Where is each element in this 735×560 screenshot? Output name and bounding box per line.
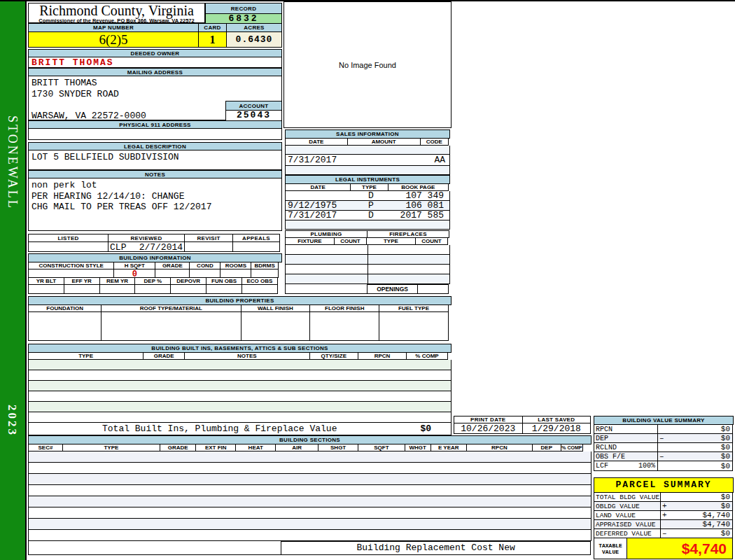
instrument-row: 9/12/1975 P 106 081 — [285, 201, 450, 211]
parcel-row-value-cell: – $0 — [660, 528, 733, 538]
sec-shgt-header: SHGT — [318, 444, 358, 451]
photo-placeholder: No Image Found — [284, 1, 451, 128]
bvs-row-label: RCLND — [594, 442, 658, 452]
county-header: Richmond County, Virginia Commissioner o… — [28, 3, 205, 23]
section-row — [28, 451, 592, 463]
section-row — [28, 507, 592, 519]
parcel-summary: PARCEL SUMMARY TOTAL BLDG VALUE $0 OBLDG… — [594, 477, 734, 559]
sales-information: SALES INFORMATION DATE AMOUNT CODE 7/31/… — [285, 130, 450, 175]
fireplace-type-header: TYPE — [366, 237, 416, 245]
mail-line: 1730 SNYDER ROAD — [31, 89, 281, 100]
built-ins-row — [28, 381, 451, 391]
county-title: Richmond County, Virginia — [29, 4, 204, 18]
floor-finish-value — [309, 312, 379, 341]
sales-amount-header: AMOUNT — [347, 138, 421, 146]
bvs-op: – — [658, 452, 664, 461]
taxable-value: $4,740 — [626, 538, 733, 559]
physical-address-value — [28, 128, 282, 140]
instrument-row: D 107 349 — [285, 191, 450, 201]
bi-qty-header: QTY/SIZE — [309, 352, 358, 360]
bvs-value: $0 — [721, 461, 732, 470]
bi-grade-header: GRADE — [143, 352, 185, 360]
bvs-op — [658, 461, 659, 470]
roof-value — [101, 312, 241, 341]
parcel-row-label: DEFERRED VALUE — [594, 528, 661, 538]
parcel-row-label: APPRAISED VALUE — [594, 519, 661, 529]
card-value: 1 — [198, 31, 227, 48]
parcel-row-value-cell: $0 — [660, 492, 733, 502]
bvs-row-label: DEP — [594, 433, 658, 443]
section-row — [28, 519, 592, 530]
foundation-value — [28, 312, 102, 341]
acres-value: 0.6430 — [226, 31, 282, 48]
built-ins-row — [28, 391, 451, 402]
sales-date-header: DATE — [285, 138, 348, 146]
sec-grade-header: GRADE — [160, 444, 196, 451]
mail-line: BRITT THOMAS — [31, 78, 281, 89]
bvs-value: $0 — [721, 434, 732, 442]
dep-pct-value — [134, 284, 171, 294]
section-row — [28, 474, 592, 485]
sidebar: STONEWALL 2023 — [0, 0, 27, 560]
bvs-row-label: LCF 100% — [594, 461, 658, 471]
instr-date-header: DATE — [285, 183, 351, 191]
plumbing-row — [285, 274, 450, 284]
bvs-op: – — [658, 434, 664, 442]
account-label: ACCOUNT — [225, 101, 282, 111]
listed-value — [28, 241, 108, 252]
sec-rpcn-header: RPCN — [466, 444, 533, 451]
sections-footer: Building Replacement Cost New — [281, 541, 591, 555]
depovr-value — [170, 284, 206, 294]
note-line: PER HEARING 12/14/10: CHANGE — [31, 191, 281, 202]
bvs-row-value-cell: – $0 — [657, 451, 733, 461]
district-label: STONEWALL — [5, 115, 20, 210]
built-ins-total-row: Total Built Ins, Plumbing & Fireplace Va… — [28, 423, 451, 435]
ecoobs-value — [241, 284, 278, 294]
effyr-value — [64, 284, 100, 294]
legal-description-value: LOT 5 BELLFIELD SUBDIVISION — [28, 150, 282, 170]
reviewed-value: CLP 2/7/2014 — [108, 241, 185, 252]
built-ins-total-label: Total Built Ins, Plumbing & Fireplace Va… — [102, 423, 337, 435]
openings-label: OPENINGS — [367, 284, 418, 294]
reviewed-by: CLP — [110, 242, 126, 251]
sales-row: 7/31/2017 AA — [285, 155, 450, 166]
note-line: non perk lot — [31, 180, 281, 191]
parcel-row-value-cell: + $0 — [660, 501, 733, 511]
section-row — [28, 463, 592, 474]
parcel-summary-label: PARCEL SUMMARY — [594, 477, 734, 493]
bvs-value: $0 — [721, 452, 732, 461]
print-date-value: 10/26/2023 — [454, 423, 523, 434]
openings-value — [417, 284, 449, 294]
note-line: CHG MAIL TO PER TREAS OFF 12/2017 — [31, 202, 281, 213]
bvs-row-value-cell: $0 — [657, 424, 733, 434]
appeals-value — [232, 241, 280, 252]
sec-sqft-header: SQFT — [358, 444, 405, 451]
sec-whgt-header: WHGT — [405, 444, 431, 451]
section-row — [28, 485, 592, 496]
record-box: RECORD 6832 — [205, 3, 282, 23]
yrblt-value — [28, 284, 64, 294]
sec-air-header: AIR — [275, 444, 318, 451]
taxable-value-label: TAXABLE VALUE — [594, 538, 627, 559]
plumbing-row — [285, 245, 450, 255]
bvs-row-value-cell: – $0 — [657, 433, 733, 443]
wall-finish-value — [241, 312, 311, 341]
parcel-row-label: TOTAL BLDG VALUE — [594, 492, 661, 502]
building-sections: BUILDING SECTIONS SEC# TYPE GRADE EXT FI… — [28, 435, 592, 555]
sec-comp-header: % COMP — [561, 444, 583, 451]
sales-row — [285, 146, 450, 155]
parcel-row-value-cell: + $4,740 — [660, 510, 733, 520]
record-label: RECORD — [205, 3, 282, 14]
bvs-value: $0 — [721, 425, 732, 433]
print-info: PRINT DATE LAST SAVED 10/26/2023 1/29/20… — [454, 416, 592, 434]
built-ins-row — [28, 360, 451, 370]
map-number-value: 6(2)5 — [28, 31, 199, 48]
no-image-text: No Image Found — [339, 61, 396, 69]
section-row — [28, 530, 592, 541]
account-box: ACCOUNT 25043 — [225, 101, 282, 120]
plumbing-row — [285, 255, 450, 265]
section-row — [28, 496, 592, 507]
last-saved-value: 1/29/2018 — [522, 423, 592, 434]
building-properties: BUILDING PROPERTIES FOUNDATION ROOF TYPE… — [28, 296, 451, 341]
bvs-op — [658, 425, 659, 433]
